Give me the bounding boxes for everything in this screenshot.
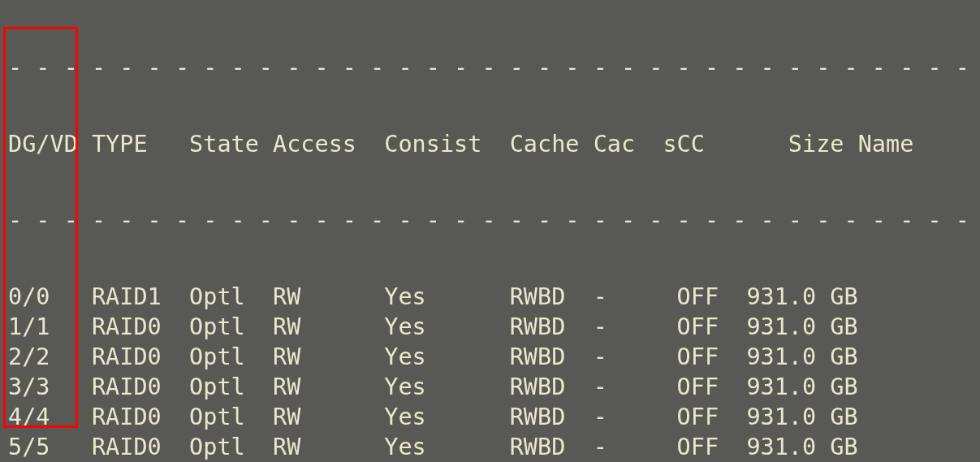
table-header-row: DG/VD TYPE State Access Consist Cache Ca… bbox=[8, 129, 972, 159]
table-row: 1/1 RAID0 Optl RW Yes RWBD - OFF 931.0 G… bbox=[8, 312, 972, 342]
terminal-output: - - - - - - - - - - - - - - - - - - - - … bbox=[0, 0, 980, 462]
table-body: 0/0 RAID1 Optl RW Yes RWBD - OFF 931.0 G… bbox=[8, 282, 972, 462]
separator-line: - - - - - - - - - - - - - - - - - - - - … bbox=[8, 205, 972, 235]
table-row: 2/2 RAID0 Optl RW Yes RWBD - OFF 931.0 G… bbox=[8, 342, 972, 372]
table-row: 0/0 RAID1 Optl RW Yes RWBD - OFF 931.0 G… bbox=[8, 282, 972, 312]
table-row: 4/4 RAID0 Optl RW Yes RWBD - OFF 931.0 G… bbox=[8, 402, 972, 432]
table-row: 3/3 RAID0 Optl RW Yes RWBD - OFF 931.0 G… bbox=[8, 372, 972, 402]
separator-line: - - - - - - - - - - - - - - - - - - - - … bbox=[8, 53, 972, 83]
table-row: 5/5 RAID0 Optl RW Yes RWBD - OFF 931.0 G… bbox=[8, 432, 972, 462]
